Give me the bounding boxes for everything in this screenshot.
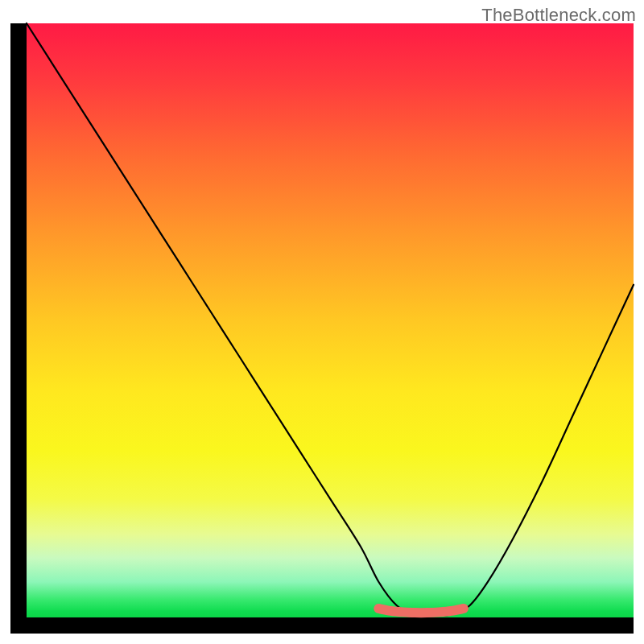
watermark-text: TheBottleneck.com [481, 5, 636, 26]
chart-container: TheBottleneck.com [0, 0, 644, 644]
optimal-zone-marker [378, 609, 464, 613]
bottleneck-curve [27, 23, 634, 616]
plot-frame [10, 23, 634, 634]
plot-area [27, 23, 634, 617]
chart-svg [27, 23, 634, 617]
